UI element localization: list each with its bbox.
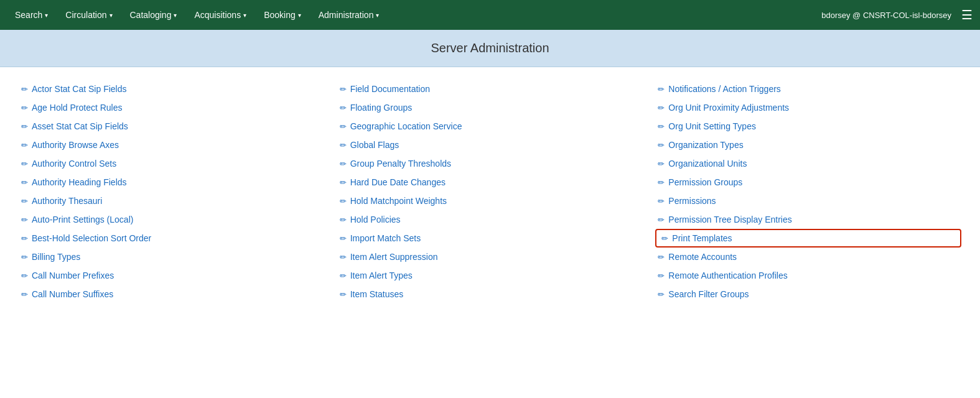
edit-icon: ✏	[340, 85, 347, 94]
link-label: Actor Stat Cat Sip Fields	[32, 84, 127, 94]
link-label: Permission Tree Display Entries	[668, 215, 791, 224]
page-header: Server Administration	[0, 30, 980, 67]
list-item[interactable]: ✏Hold Matchpoint Weights	[337, 192, 643, 210]
link-label: Best-Hold Selection Sort Order	[32, 233, 151, 243]
list-item[interactable]: ✏Item Alert Suppression	[337, 248, 643, 266]
link-label: Item Statuses	[350, 289, 404, 299]
link-label: Org Unit Proximity Adjustments	[668, 103, 789, 113]
edit-icon: ✏	[340, 178, 347, 187]
edit-icon: ✏	[658, 159, 665, 169]
list-item[interactable]: ✏Item Statuses	[337, 285, 643, 303]
list-item[interactable]: ✏Call Number Prefixes	[19, 266, 325, 285]
list-item[interactable]: ✏Call Number Suffixes	[19, 285, 325, 303]
edit-icon: ✏	[661, 234, 668, 243]
link-label: Organization Types	[668, 140, 743, 150]
list-item[interactable]: ✏Print Templates	[655, 229, 961, 248]
edit-icon: ✏	[340, 103, 347, 113]
edit-icon: ✏	[658, 290, 665, 299]
nav-user-area: bdorsey @ CNSRT-COL-isl-bdorsey ☰	[821, 7, 973, 22]
edit-icon: ✏	[658, 178, 665, 187]
link-label: Item Alert Types	[350, 271, 413, 280]
link-label: Asset Stat Cat Sip Fields	[32, 121, 128, 131]
list-item[interactable]: ✏Org Unit Setting Types	[655, 117, 961, 136]
nav-cataloging[interactable]: Cataloging ▾	[123, 6, 185, 24]
list-item[interactable]: ✏Auto-Print Settings (Local)	[19, 210, 325, 229]
link-label: Call Number Suffixes	[32, 289, 113, 299]
list-item[interactable]: ✏Asset Stat Cat Sip Fields	[19, 117, 325, 136]
list-item[interactable]: ✏Age Hold Protect Rules	[19, 98, 325, 117]
list-item[interactable]: ✏Authority Heading Fields	[19, 173, 325, 192]
link-label: Authority Heading Fields	[32, 177, 127, 187]
edit-icon: ✏	[21, 141, 28, 150]
link-label: Remote Authentication Profiles	[668, 271, 787, 280]
edit-icon: ✏	[340, 271, 347, 280]
link-label: Org Unit Setting Types	[668, 121, 756, 131]
edit-icon: ✏	[340, 234, 347, 243]
edit-icon: ✏	[21, 252, 28, 262]
list-item[interactable]: ✏Permission Tree Display Entries	[655, 210, 961, 229]
list-item[interactable]: ✏Permission Groups	[655, 173, 961, 192]
list-item[interactable]: ✏Hard Due Date Changes	[337, 173, 643, 192]
edit-icon: ✏	[658, 252, 665, 262]
list-item[interactable]: ✏Billing Types	[19, 248, 325, 266]
list-item[interactable]: ✏Geographic Location Service	[337, 117, 643, 136]
list-item[interactable]: ✏Field Documentation	[337, 80, 643, 98]
nav-administration[interactable]: Administration ▾	[311, 6, 387, 24]
list-item[interactable]: ✏Import Match Sets	[337, 229, 643, 248]
link-label: Authority Control Sets	[32, 159, 116, 169]
link-label: Import Match Sets	[350, 233, 421, 243]
list-item[interactable]: ✏Actor Stat Cat Sip Fields	[19, 80, 325, 98]
edit-icon: ✏	[21, 234, 28, 243]
link-label: Field Documentation	[350, 84, 430, 94]
list-item[interactable]: ✏Org Unit Proximity Adjustments	[655, 98, 961, 117]
link-label: Auto-Print Settings (Local)	[32, 215, 133, 224]
edit-icon: ✏	[340, 215, 347, 224]
list-item[interactable]: ✏Remote Accounts	[655, 248, 961, 266]
link-label: Geographic Location Service	[350, 121, 462, 131]
list-item[interactable]: ✏Authority Thesauri	[19, 192, 325, 210]
list-item[interactable]: ✏Item Alert Types	[337, 266, 643, 285]
link-label: Global Flags	[350, 140, 399, 150]
column-1: ✏Actor Stat Cat Sip Fields✏Age Hold Prot…	[19, 80, 325, 303]
edit-icon: ✏	[21, 103, 28, 113]
nav-search[interactable]: Search ▾	[7, 6, 55, 24]
edit-icon: ✏	[21, 159, 28, 169]
edit-icon: ✏	[21, 122, 28, 131]
list-item[interactable]: ✏Organizational Units	[655, 154, 961, 173]
edit-icon: ✏	[658, 122, 665, 131]
top-navigation: Search ▾ Circulation ▾ Cataloging ▾ Acqu…	[0, 0, 980, 30]
list-item[interactable]: ✏Search Filter Groups	[655, 285, 961, 303]
list-item[interactable]: ✏Global Flags	[337, 136, 643, 154]
link-label: Hard Due Date Changes	[350, 177, 446, 187]
link-label: Search Filter Groups	[668, 289, 749, 299]
column-2: ✏Field Documentation✏Floating Groups✏Geo…	[337, 80, 643, 303]
list-item[interactable]: ✏Authority Control Sets	[19, 154, 325, 173]
link-label: Billing Types	[32, 252, 80, 262]
edit-icon: ✏	[340, 141, 347, 150]
edit-icon: ✏	[340, 197, 347, 206]
edit-icon: ✏	[21, 197, 28, 206]
edit-icon: ✏	[658, 215, 665, 224]
edit-icon: ✏	[658, 197, 665, 206]
edit-icon: ✏	[340, 159, 347, 169]
list-item[interactable]: ✏Best-Hold Selection Sort Order	[19, 229, 325, 248]
link-label: Item Alert Suppression	[350, 252, 438, 262]
hamburger-icon[interactable]: ☰	[961, 7, 973, 22]
link-label: Authority Browse Axes	[32, 140, 119, 150]
list-item[interactable]: ✏Organization Types	[655, 136, 961, 154]
list-item[interactable]: ✏Notifications / Action Triggers	[655, 80, 961, 98]
edit-icon: ✏	[340, 290, 347, 299]
list-item[interactable]: ✏Group Penalty Thresholds	[337, 154, 643, 173]
link-label: Group Penalty Thresholds	[350, 159, 451, 169]
link-label: Call Number Prefixes	[32, 271, 114, 280]
nav-circulation[interactable]: Circulation ▾	[58, 6, 119, 24]
nav-acquisitions[interactable]: Acquisitions ▾	[187, 6, 254, 24]
list-item[interactable]: ✏Permissions	[655, 192, 961, 210]
list-item[interactable]: ✏Remote Authentication Profiles	[655, 266, 961, 285]
list-item[interactable]: ✏Hold Policies	[337, 210, 643, 229]
list-item[interactable]: ✏Floating Groups	[337, 98, 643, 117]
page-title: Server Administration	[431, 41, 549, 55]
edit-icon: ✏	[340, 252, 347, 262]
list-item[interactable]: ✏Authority Browse Axes	[19, 136, 325, 154]
nav-booking[interactable]: Booking ▾	[256, 6, 309, 24]
